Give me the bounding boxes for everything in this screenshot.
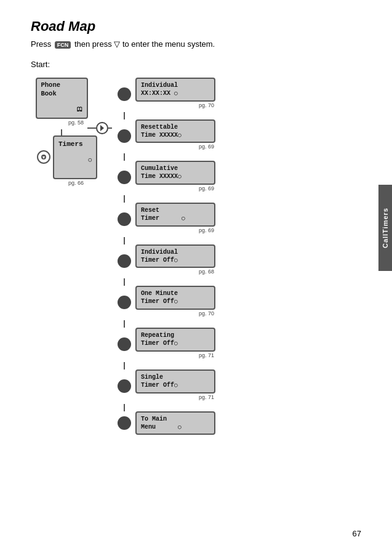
item-pg-1: pg. 69 [199, 143, 215, 150]
start-label: Start: [31, 60, 367, 69]
item-icon-3 [118, 212, 131, 226]
item-block-5: One Minute Timer Off◯ pg. 70 [135, 286, 215, 319]
item-pg-4: pg. 68 [199, 268, 215, 275]
item-lcd-8: To Main Menu ◯ [135, 411, 215, 435]
timers-nav-icon: ▼ [37, 150, 50, 164]
nav-circle-right [96, 122, 108, 134]
item-block-6: Repeating Timer Off◯ pg. 71 [135, 328, 215, 361]
page-content: Road Map Press FCN then press ▽ to enter… [0, 0, 392, 454]
item-icon-7 [118, 379, 131, 393]
menu-item-6: Repeating Timer Off◯ pg. 71 [116, 328, 215, 361]
item-pg-3: pg. 69 [199, 227, 215, 233]
icon-col-4 [116, 254, 133, 268]
h-line-2 [108, 127, 112, 129]
item-lcd-0: Individual XX:XX:XX ◯ [135, 78, 215, 102]
diagram: Phone Book 🕮 pg. 58 ▼ Timers ◯ pg. 66 [37, 78, 367, 436]
item-icon-0 [118, 87, 131, 101]
icon-col-8 [116, 416, 133, 430]
menu-item-4: Individual Timer Off◯ pg. 68 [116, 244, 215, 278]
item-lcd-3: Reset Timer ◯ [135, 203, 215, 227]
v-connector-1 [61, 129, 62, 135]
item-lcd-1: Resettable Time XXXXX◯ [135, 119, 215, 143]
item-pg-0: pg. 70 [199, 102, 215, 108]
h-line [87, 127, 96, 129]
item-lcd-2: Cumulative Time XXXXX◯ [135, 161, 215, 185]
icon-col-5 [116, 296, 133, 309]
item-icon-6 [118, 337, 131, 351]
intro-text: Press FCN then press ▽ to enter the menu… [31, 39, 367, 49]
item-pg-2: pg. 69 [199, 185, 215, 192]
fcn-badge: FCN [55, 41, 71, 49]
item-block-7: Single Timer Off◯ pg. 71 [135, 369, 215, 403]
item-icon-4 [118, 254, 131, 268]
item-icon-2 [118, 171, 131, 184]
page-number: 67 [353, 529, 361, 538]
item-lcd-4: Individual Timer Off◯ [135, 244, 215, 268]
phone-book-box: Phone Book 🕮 [36, 78, 88, 119]
svg-text:▼: ▼ [42, 155, 46, 159]
item-lcd-7: Single Timer Off◯ [135, 369, 215, 394]
icon-col-0 [116, 87, 133, 101]
timers-pg: pg. 66 [68, 180, 84, 186]
arrow-connector [87, 122, 112, 134]
item-block-4: Individual Timer Off◯ pg. 68 [135, 244, 215, 278]
menu-item-2: Cumulative Time XXXXX◯ pg. 69 [116, 161, 215, 194]
item-icon-1 [118, 129, 131, 143]
item-block-8: To Main Menu ◯ [135, 411, 215, 435]
menu-item-1: Resettable Time XXXXX◯ pg. 69 [116, 119, 215, 153]
item-block-2: Cumulative Time XXXXX◯ pg. 69 [135, 161, 215, 194]
page-title: Road Map [31, 18, 367, 34]
icon-col-7 [116, 379, 133, 393]
right-section: Individual XX:XX:XX ◯ pg. 70 Resettable … [116, 78, 215, 436]
icon-col-3 [116, 212, 133, 226]
svg-marker-2 [100, 125, 104, 131]
item-pg-7: pg. 71 [199, 394, 215, 400]
menu-item-3: Reset Timer ◯ pg. 69 [116, 203, 215, 236]
side-tab-label: CallTimers [382, 208, 389, 248]
item-pg-6: pg. 71 [199, 352, 215, 358]
icon-col-6 [116, 337, 133, 351]
item-icon-5 [118, 296, 131, 309]
menu-item-0: Individual XX:XX:XX ◯ pg. 70 [116, 78, 215, 111]
phone-book-pg: pg. 58 [68, 119, 84, 126]
icon-col-2 [116, 171, 133, 184]
icon-col-1 [116, 129, 133, 143]
menu-item-8: To Main Menu ◯ [116, 411, 215, 435]
item-icon-8 [118, 416, 131, 430]
left-section: Phone Book 🕮 pg. 58 ▼ Timers ◯ pg. 66 [37, 78, 86, 190]
item-lcd-5: One Minute Timer Off◯ [135, 286, 215, 310]
item-lcd-6: Repeating Timer Off◯ [135, 328, 215, 352]
item-pg-5: pg. 70 [199, 310, 215, 317]
item-block-0: Individual XX:XX:XX ◯ pg. 70 [135, 78, 215, 111]
menu-item-5: One Minute Timer Off◯ pg. 70 [116, 286, 215, 319]
item-block-3: Reset Timer ◯ pg. 69 [135, 203, 215, 236]
menu-item-7: Single Timer Off◯ pg. 71 [116, 369, 215, 403]
item-block-1: Resettable Time XXXXX◯ pg. 69 [135, 119, 215, 153]
side-tab: CallTimers [378, 185, 392, 271]
timers-box: Timers ◯ [53, 135, 97, 179]
